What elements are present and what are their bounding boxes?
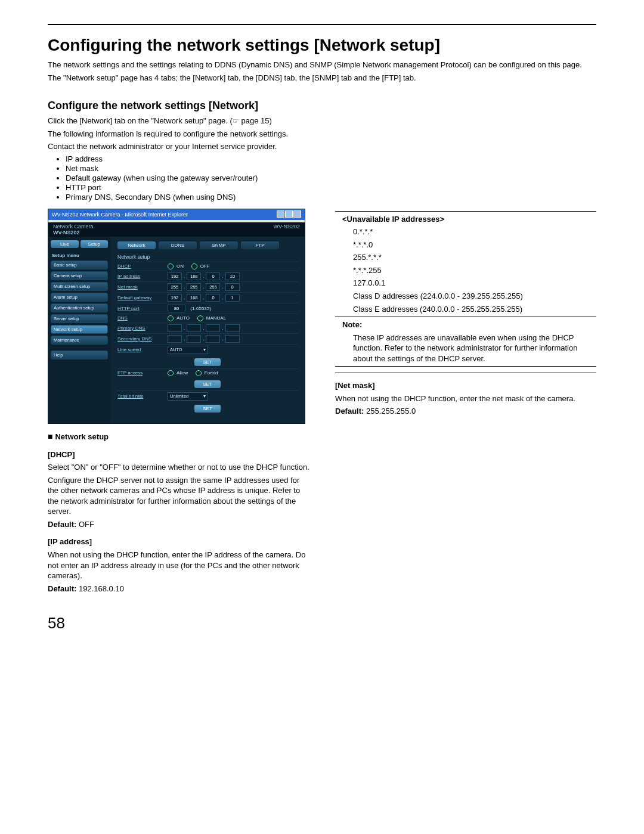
http-range: (1-65535) xyxy=(190,306,211,311)
list-item: 0.*.*.* xyxy=(353,227,596,237)
mask-input[interactable]: 255 xyxy=(206,283,220,291)
embedded-screenshot: WV-NS202 Network Camera - Microsoft Inte… xyxy=(48,209,305,424)
list-item: Class D addresses (224.0.0.0 - 239.255.2… xyxy=(353,291,596,302)
sidebar-item-multiscreen[interactable]: Multi-screen setup xyxy=(51,282,108,291)
ip-heading: [IP address] xyxy=(48,537,310,547)
radio-off[interactable] xyxy=(191,263,197,269)
netmask-default: Default: 255.255.255.0 xyxy=(335,406,596,417)
radio-on[interactable] xyxy=(168,263,174,269)
label-dns: DNS xyxy=(117,315,168,321)
label-bitrate: Total bit rate xyxy=(117,393,168,399)
dhcp-text: Configure the DHCP server not to assign … xyxy=(48,475,310,517)
ip-default: Default: 192.168.0.10 xyxy=(48,584,310,594)
radio-auto[interactable] xyxy=(168,315,174,321)
ip-input[interactable]: 168 xyxy=(187,272,201,280)
label-sdns: Secondary DNS xyxy=(117,336,168,342)
http-input[interactable]: 80 xyxy=(168,305,185,312)
dns-input[interactable] xyxy=(225,324,240,332)
gw-input[interactable]: 192 xyxy=(168,294,182,302)
contact-line: Contact the network administrator or you… xyxy=(48,141,596,152)
label-mask: Net mask xyxy=(117,284,168,290)
sidebar-tab-setup[interactable]: Setup xyxy=(80,240,109,248)
netmask-heading: [Net mask] xyxy=(335,380,596,391)
dns-input[interactable] xyxy=(225,335,240,343)
tab-snmp[interactable]: SNMP xyxy=(200,241,238,249)
note-heading: Note: xyxy=(342,320,362,329)
list-item: Primary DNS, Secondary DNS (when using D… xyxy=(66,193,596,201)
set-button[interactable]: SET xyxy=(194,380,221,388)
bitrate-select[interactable]: Unlimited xyxy=(168,392,208,401)
dhcp-text: Select "ON" or "OFF" to determine whethe… xyxy=(48,462,310,473)
list-item: Class E addresses (240.0.0.0 - 255.255.2… xyxy=(353,304,596,315)
intro-1: The network settings and the settings re… xyxy=(48,60,596,70)
list-item: Default gateway (when using the gateway … xyxy=(66,173,596,182)
label-pdns: Primary DNS xyxy=(117,325,168,331)
list-item: IP address xyxy=(66,154,596,163)
list-item: 127.0.0.1 xyxy=(353,278,596,289)
ip-input[interactable]: 0 xyxy=(206,272,220,280)
sidebar-item-maintenance[interactable]: Maintenance xyxy=(51,336,108,345)
mask-input[interactable]: 255 xyxy=(168,283,182,291)
set-button[interactable]: SET xyxy=(194,358,221,366)
sidebar-item-server[interactable]: Server setup xyxy=(51,314,108,323)
tab-ddns[interactable]: DDNS xyxy=(159,241,197,249)
dns-input[interactable] xyxy=(206,335,220,343)
sidebar-item-network[interactable]: Network setup xyxy=(51,325,108,334)
window-title: WV-NS202 Network Camera - Microsoft Inte… xyxy=(52,212,188,218)
radio-forbid[interactable] xyxy=(196,370,202,376)
mask-input[interactable]: 255 xyxy=(187,283,201,291)
dns-input[interactable] xyxy=(168,335,182,343)
dns-input[interactable] xyxy=(168,324,182,332)
sidebar-heading: Setup menu xyxy=(52,253,108,258)
dns-input[interactable] xyxy=(187,324,201,332)
required-list: IP address Net mask Default gateway (whe… xyxy=(66,154,596,201)
list-item: *.*.*.255 xyxy=(353,265,596,276)
page-number: 58 xyxy=(48,614,596,633)
pointer-icon: ☞ xyxy=(233,117,239,125)
list-item: 255.*.*.* xyxy=(353,252,596,263)
radio-allow[interactable] xyxy=(168,370,174,376)
unavailable-heading: <Unavailable IP addresses> xyxy=(342,215,444,224)
tab-ftp[interactable]: FTP xyxy=(241,241,279,249)
sidebar-item-alarm[interactable]: Alarm setup xyxy=(51,293,108,302)
square-icon: ■ xyxy=(48,432,52,441)
set-button[interactable]: SET xyxy=(194,405,221,413)
sidebar-item-basic[interactable]: Basic setup xyxy=(51,261,108,269)
gw-input[interactable]: 0 xyxy=(206,294,220,302)
dns-input[interactable] xyxy=(206,324,220,332)
ip-text: When not using the DHCP function, enter … xyxy=(48,550,310,581)
sidebar-item-auth[interactable]: Authentication setup xyxy=(51,303,108,312)
speed-select[interactable]: AUTO xyxy=(168,346,208,354)
dhcp-default: Default: OFF xyxy=(48,519,310,530)
sidebar-tab-live[interactable]: Live xyxy=(51,240,79,248)
mask-input[interactable]: 0 xyxy=(225,283,240,291)
label-gateway: Default gateway xyxy=(117,295,168,300)
form-section-title: Network setup xyxy=(117,254,298,260)
dns-input[interactable] xyxy=(187,335,201,343)
brand-model: WV-NS202 xyxy=(53,230,80,235)
label-speed: Line speed xyxy=(117,347,168,352)
brand-text: Network Camera xyxy=(53,224,94,230)
intro-2: The "Network setup" page has 4 tabs; the… xyxy=(48,73,596,83)
list-item: HTTP port xyxy=(66,183,596,192)
sidebar-item-help[interactable]: Help xyxy=(51,351,108,359)
sidebar-item-camera[interactable]: Camera setup xyxy=(51,271,108,280)
tab-network[interactable]: Network xyxy=(117,241,156,249)
list-item: *.*.*.0 xyxy=(353,240,596,250)
label-http: HTTP port xyxy=(117,306,168,311)
note-text: These IP addresses are unavailable even … xyxy=(353,333,596,364)
list-item: Net mask xyxy=(66,164,596,173)
ip-input[interactable]: 10 xyxy=(225,272,240,280)
netmask-text: When not using the DHCP function, enter … xyxy=(335,393,596,404)
dhcp-heading: [DHCP] xyxy=(48,449,310,460)
label-dhcp: DHCP xyxy=(117,263,168,269)
gw-input[interactable]: 1 xyxy=(225,294,240,302)
click-line: Click the [Network] tab on the "Network … xyxy=(48,116,596,126)
label-ip: IP address xyxy=(117,274,168,279)
model-right: WV-NS202 xyxy=(273,224,300,235)
gw-input[interactable]: 168 xyxy=(187,294,201,302)
ip-input[interactable]: 192 xyxy=(168,272,182,280)
subsection-heading: ■Network setup xyxy=(48,431,310,442)
section-heading: Configure the network settings [Network] xyxy=(48,100,596,112)
radio-manual[interactable] xyxy=(197,315,203,321)
